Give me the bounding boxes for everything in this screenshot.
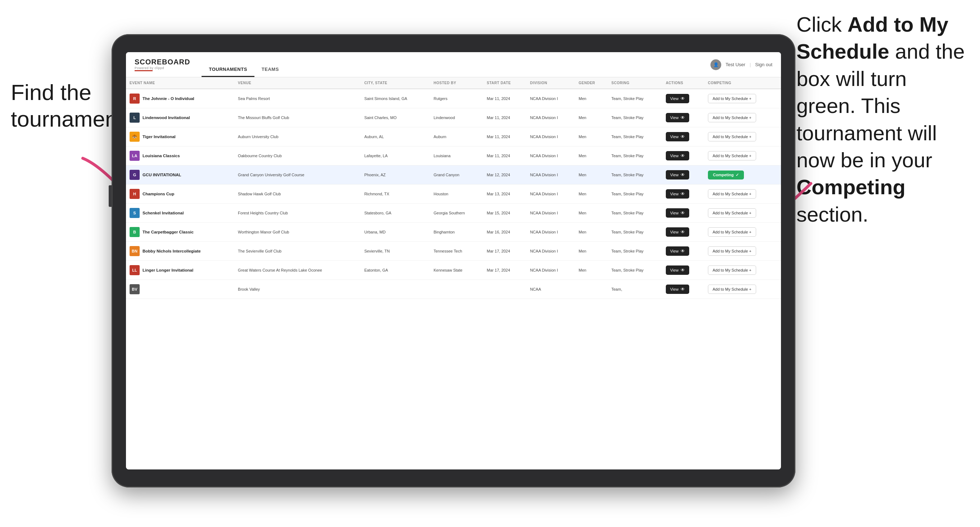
actions-cell: View 👁 [662,261,704,280]
division-cell: NCAA Division I [527,165,575,184]
event-name-cell: G GCU INVITATIONAL [126,165,234,184]
view-button[interactable]: View 👁 [666,227,689,237]
hosted-by-cell: Grand Canyon [430,165,483,184]
eye-icon: 👁 [681,210,685,216]
col-competing: COMPETING [704,77,781,89]
venue-cell: Great Waters Course At Reynolds Lake Oco… [234,261,361,280]
col-start-date: START DATE [483,77,527,89]
gender-cell: Men [575,223,608,242]
event-name: The Carpetbagger Classic [143,230,194,234]
add-schedule-button[interactable]: Add to My Schedule + [708,94,756,103]
event-name: Linger Longer Invitational [143,268,193,272]
tab-tournaments[interactable]: TOURNAMENTS [202,63,254,77]
gender-cell: Men [575,108,608,127]
actions-cell: View 👁 [662,146,704,165]
event-name: Champions Cup [143,192,174,196]
eye-icon: 👁 [681,153,685,158]
competing-cell: Add to My Schedule + [704,184,781,203]
scoring-cell: Team, Stroke Play [608,89,662,108]
hosted-by-cell: Houston [430,184,483,203]
start-date-cell: Mar 11, 2024 [483,146,527,165]
scoring-cell: Team, Stroke Play [608,261,662,280]
venue-cell: The Sevierville Golf Club [234,242,361,261]
view-button[interactable]: View 👁 [666,94,689,103]
view-label: View [670,230,679,234]
add-schedule-button[interactable]: Add to My Schedule + [708,113,756,122]
add-schedule-label: Add to My Schedule + [713,249,751,253]
add-schedule-button[interactable]: Add to My Schedule + [708,265,756,275]
hosted-by-cell: Binghamton [430,223,483,242]
gender-cell [575,280,608,299]
view-button[interactable]: View 👁 [666,151,689,160]
add-schedule-label: Add to My Schedule + [713,287,751,291]
competing-button[interactable]: Competing ✓ [708,170,744,179]
actions-cell: View 👁 [662,203,704,223]
view-button[interactable]: View 👁 [666,246,689,256]
view-label: View [670,249,679,253]
event-name-cell: R The Johnnie - O Individual [126,89,234,108]
hosted-by-cell: Lindenwood [430,108,483,127]
event-name: Tiger Invitational [143,135,176,139]
event-name-cell: BN Bobby Nichols Intercollegiate [126,242,234,261]
view-label: View [670,268,679,272]
start-date-cell: Mar 12, 2024 [483,165,527,184]
view-button[interactable]: View 👁 [666,170,689,179]
eye-icon: 👁 [681,268,685,273]
add-schedule-button[interactable]: Add to My Schedule + [708,132,756,141]
add-schedule-button[interactable]: Add to My Schedule + [708,151,756,160]
gender-cell: Men [575,242,608,261]
view-button[interactable]: View 👁 [666,113,689,122]
scoring-cell: Team, Stroke Play [608,165,662,184]
event-name-cell: LA Louisiana Classics [126,146,234,165]
tablet-frame: SCOREBOARD Powered by clippd TOURNAMENTS… [111,34,795,487]
hosted-by-cell: Georgia Southern [430,203,483,223]
event-name-cell: S Schenkel Invitational [126,203,234,223]
team-logo: H [130,189,140,199]
city-state-cell: Saint Simons Island, GA [361,89,430,108]
sign-out-link[interactable]: Sign out [755,62,772,67]
venue-cell: Grand Canyon University Golf Course [234,165,361,184]
tab-teams[interactable]: TEAMS [255,63,286,77]
add-schedule-button[interactable]: Add to My Schedule + [708,227,756,237]
app-header: SCOREBOARD Powered by clippd TOURNAMENTS… [126,52,781,77]
venue-cell: Shadow Hawk Golf Club [234,184,361,203]
scoring-cell: Team, Stroke Play [608,242,662,261]
table-row: LA Louisiana Classics Oakbourne Country … [126,146,781,165]
table-header-row: EVENT NAME VENUE CITY, STATE HOSTED BY S… [126,77,781,89]
tablet-screen: SCOREBOARD Powered by clippd TOURNAMENTS… [126,52,781,470]
event-name-cell: BV [126,280,234,299]
view-button[interactable]: View 👁 [666,265,689,275]
competing-cell: Competing ✓ [704,165,781,184]
view-button[interactable]: View 👁 [666,208,689,217]
start-date-cell: Mar 13, 2024 [483,184,527,203]
eye-icon: 👁 [681,134,685,139]
add-schedule-label: Add to My Schedule + [713,268,751,272]
event-name-cell: L Lindenwood Invitational [126,108,234,127]
event-name: Bobby Nichols Intercollegiate [143,249,201,253]
add-schedule-button[interactable]: Add to My Schedule + [708,189,756,198]
city-state-cell: Phoenix, AZ [361,165,430,184]
col-actions: ACTIONS [662,77,704,89]
add-schedule-button[interactable]: Add to My Schedule + [708,246,756,256]
add-schedule-button[interactable]: Add to My Schedule + [708,208,756,217]
table-row: BV Brook ValleyNCAATeam, View 👁 Add to M… [126,280,781,299]
add-schedule-label: Add to My Schedule + [713,116,751,120]
start-date-cell: Mar 17, 2024 [483,242,527,261]
view-button[interactable]: View 👁 [666,284,689,294]
view-label: View [670,173,679,177]
user-avatar: 👤 [710,59,721,70]
table-row: H Champions Cup Shadow Hawk Golf ClubRic… [126,184,781,203]
venue-cell: Brook Valley [234,280,361,299]
eye-icon: 👁 [681,172,685,177]
city-state-cell [361,280,430,299]
add-schedule-label: Add to My Schedule + [713,230,751,234]
view-button[interactable]: View 👁 [666,132,689,141]
pipe-divider: | [750,62,751,67]
view-button[interactable]: View 👁 [666,189,689,198]
gender-cell: Men [575,184,608,203]
hosted-by-cell: Auburn [430,127,483,146]
add-schedule-label: Add to My Schedule + [713,97,751,101]
competing-cell: Add to My Schedule + [704,203,781,223]
add-schedule-button[interactable]: Add to My Schedule + [708,284,756,294]
actions-cell: View 👁 [662,184,704,203]
